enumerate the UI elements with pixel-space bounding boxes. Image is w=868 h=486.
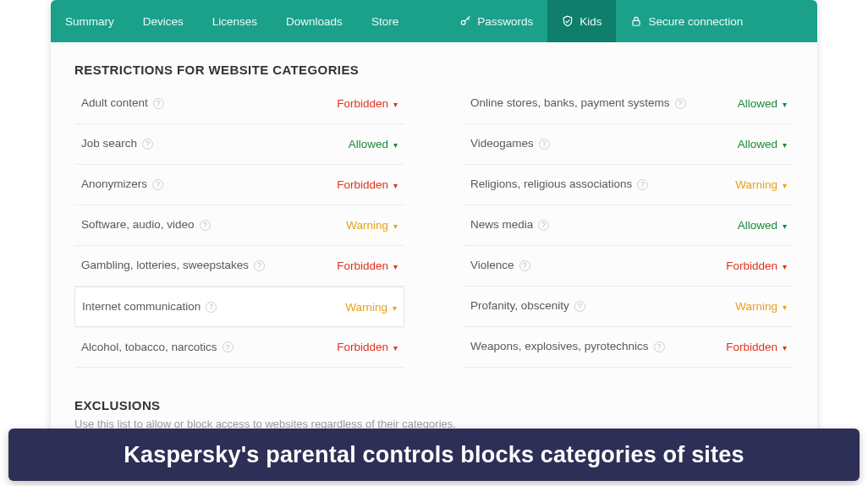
nav-summary[interactable]: Summary — [51, 0, 129, 42]
chevron-down-icon: ▾ — [393, 221, 398, 231]
category-row: News media?Allowed▾ — [464, 205, 794, 246]
category-status-text: Warning — [346, 219, 388, 232]
category-label-text: News media — [470, 217, 533, 232]
category-status-selector[interactable]: Allowed▾ — [349, 138, 398, 150]
category-status-selector[interactable]: Forbidden▾ — [337, 259, 398, 272]
category-status-selector[interactable]: Forbidden▾ — [337, 341, 398, 353]
category-label: Internet communication? — [82, 299, 217, 314]
restrictions-col-right: Online stores, banks, payment systems?Al… — [464, 84, 794, 368]
category-status-selector[interactable]: Forbidden▾ — [337, 178, 398, 191]
category-label-text: Job search — [81, 136, 137, 151]
help-icon[interactable]: ? — [519, 260, 530, 271]
category-label: Job search? — [81, 136, 153, 151]
category-label: News media? — [470, 217, 549, 232]
category-status-text: Warning — [735, 178, 777, 191]
nav-label: Passwords — [477, 15, 533, 28]
category-label: Alcohol, tobacco, narcotics? — [81, 340, 233, 355]
category-row: Adult content?Forbidden▾ — [74, 84, 404, 124]
help-icon[interactable]: ? — [538, 220, 549, 231]
chevron-down-icon: ▾ — [783, 343, 787, 352]
category-row: Weapons, explosives, pyrotechnics?Forbid… — [464, 327, 794, 368]
category-status-text: Allowed — [738, 97, 777, 110]
help-icon[interactable]: ? — [654, 341, 665, 352]
category-status-text: Warning — [345, 301, 387, 314]
help-icon[interactable]: ? — [222, 341, 233, 352]
category-row: Violence?Forbidden▾ — [464, 246, 794, 287]
category-status-text: Forbidden — [337, 178, 388, 191]
category-label: Religions, religious associations? — [470, 177, 648, 192]
help-icon[interactable]: ? — [574, 301, 585, 312]
nav-label: Devices — [143, 15, 184, 28]
key-icon — [459, 15, 471, 27]
shield-icon — [562, 15, 574, 27]
nav-passwords[interactable]: Passwords — [445, 0, 547, 42]
help-icon[interactable]: ? — [206, 302, 217, 313]
chevron-down-icon: ▾ — [783, 221, 787, 231]
category-status-selector[interactable]: Warning▾ — [735, 300, 787, 313]
caption-text: Kaspersky's parental controls blocks cat… — [124, 442, 744, 468]
help-icon[interactable]: ? — [142, 139, 153, 150]
nav-store[interactable]: Store — [357, 0, 413, 42]
category-status-selector[interactable]: Allowed▾ — [738, 97, 787, 110]
nav-label: Store — [371, 15, 398, 28]
caption-bar: Kaspersky's parental controls blocks cat… — [8, 429, 860, 481]
category-label: Online stores, banks, payment systems? — [470, 96, 686, 111]
help-icon[interactable]: ? — [254, 260, 265, 271]
help-icon[interactable]: ? — [152, 179, 163, 190]
chevron-down-icon: ▾ — [783, 262, 787, 271]
category-row: Videogames?Allowed▾ — [464, 124, 794, 165]
category-label: Gambling, lotteries, sweepstakes? — [81, 258, 265, 273]
category-status-selector[interactable]: Allowed▾ — [738, 219, 787, 232]
nav-downloads[interactable]: Downloads — [272, 0, 357, 42]
help-icon[interactable]: ? — [675, 98, 686, 109]
help-icon[interactable]: ? — [637, 179, 648, 190]
help-icon[interactable]: ? — [153, 98, 164, 109]
category-status-selector[interactable]: Forbidden▾ — [726, 341, 787, 353]
category-row: Religions, religious associations?Warnin… — [464, 165, 794, 205]
category-label-text: Internet communication — [82, 299, 201, 314]
content-area: RESTRICTIONS FOR WEBSITE CATEGORIES Adul… — [51, 42, 817, 430]
category-row: Gambling, lotteries, sweepstakes?Forbidd… — [74, 246, 404, 287]
chevron-down-icon: ▾ — [783, 100, 787, 109]
category-status-text: Forbidden — [337, 97, 388, 110]
nav-licenses[interactable]: Licenses — [198, 0, 272, 42]
nav-label: Downloads — [286, 15, 343, 28]
nav-label: Secure connection — [648, 15, 743, 28]
category-label: Violence? — [470, 258, 530, 273]
category-label: Software, audio, video? — [81, 217, 211, 232]
nav-kids[interactable]: Kids — [547, 0, 616, 42]
app-card: Summary Devices Licenses Downloads Store… — [51, 0, 817, 469]
category-label: Videogames? — [470, 136, 550, 151]
category-row: Profanity, obscenity?Warning▾ — [464, 287, 794, 327]
help-icon[interactable]: ? — [200, 220, 211, 231]
category-row: Anonymizers?Forbidden▾ — [74, 165, 404, 205]
lock-icon — [630, 15, 642, 27]
category-label-text: Violence — [470, 258, 514, 273]
category-label-text: Anonymizers — [81, 177, 147, 192]
category-status-selector[interactable]: Warning▾ — [345, 301, 397, 314]
category-label: Adult content? — [81, 96, 164, 111]
category-label-text: Weapons, explosives, pyrotechnics — [470, 339, 649, 354]
category-row: Job search?Allowed▾ — [74, 124, 404, 165]
restrictions-columns: Adult content?Forbidden▾Job search?Allow… — [74, 84, 794, 368]
category-status-text: Forbidden — [726, 259, 777, 272]
category-status-selector[interactable]: Warning▾ — [735, 178, 787, 191]
nav-spacer — [413, 0, 445, 42]
help-icon[interactable]: ? — [539, 139, 550, 150]
category-status-text: Allowed — [738, 138, 777, 150]
nav-label: Kids — [580, 15, 602, 28]
category-status-selector[interactable]: Warning▾ — [346, 219, 398, 232]
chevron-down-icon: ▾ — [393, 140, 398, 150]
nav-label: Licenses — [212, 15, 257, 28]
category-label-text: Profanity, obscenity — [470, 298, 569, 314]
category-status-selector[interactable]: Allowed▾ — [738, 138, 787, 150]
category-status-text: Allowed — [349, 138, 388, 150]
nav-devices[interactable]: Devices — [129, 0, 198, 42]
category-status-text: Forbidden — [726, 341, 777, 353]
chevron-down-icon: ▾ — [783, 140, 787, 150]
category-status-selector[interactable]: Forbidden▾ — [337, 97, 398, 110]
nav-secure-connection[interactable]: Secure connection — [616, 0, 757, 42]
chevron-down-icon: ▾ — [393, 303, 397, 313]
category-status-selector[interactable]: Forbidden▾ — [726, 259, 787, 272]
category-row: Internet communication?Warning▾ — [74, 287, 404, 327]
